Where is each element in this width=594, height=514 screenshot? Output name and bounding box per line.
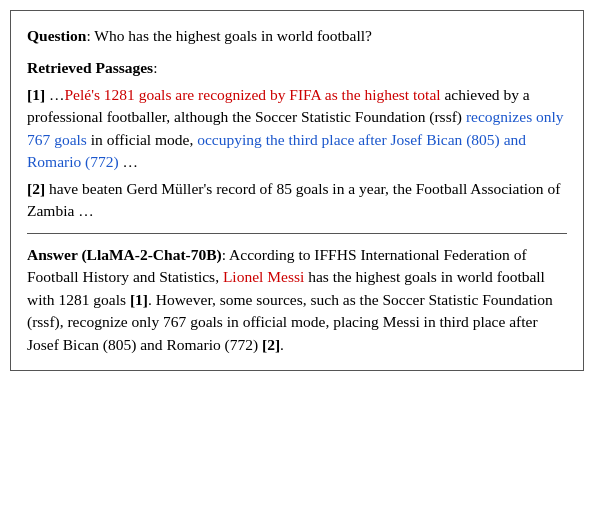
- answer-colon: :: [222, 246, 229, 263]
- question-label: Question: [27, 27, 86, 44]
- question-block: Question: Who has the highest goals in w…: [27, 25, 567, 47]
- retrieved-label: Retrieved Passages: [27, 59, 153, 76]
- section-divider: [27, 233, 567, 234]
- passages-block: Retrieved Passages: [1] …Pelé's 1281 goa…: [27, 57, 567, 222]
- answer-label: Answer: [27, 246, 78, 263]
- passage-1-ellipsis-end: …: [119, 153, 138, 170]
- answer-label-paren-open: (: [78, 246, 87, 263]
- passage-2-text: have beaten Gerd Müller's record of 85 g…: [27, 180, 560, 219]
- passage-1: [1] …Pelé's 1281 goals are recognized by…: [27, 84, 567, 174]
- main-container: Question: Who has the highest goals in w…: [10, 10, 584, 371]
- passage-1-black-2: in official mode,: [87, 131, 197, 148]
- answer-messi: Lionel Messi: [223, 268, 304, 285]
- passage-2: [2] have beaten Gerd Müller's record of …: [27, 178, 567, 223]
- answer-model: LlaMA-2-Chat-70B: [87, 246, 217, 263]
- passage-1-ellipsis: …: [49, 86, 65, 103]
- retrieved-colon: :: [153, 59, 157, 76]
- answer-period: .: [280, 336, 284, 353]
- passage-1-ref: [1]: [27, 86, 45, 103]
- passage-1-red-1: Pelé's 1281 goals are recognized by FIFA…: [64, 86, 440, 103]
- passage-2-ref: [2]: [27, 180, 45, 197]
- retrieved-label-line: Retrieved Passages:: [27, 57, 567, 79]
- answer-ref-2: [2]: [262, 336, 280, 353]
- question-text: Who has the highest goals in world footb…: [94, 27, 372, 44]
- answer-block: Answer (LlaMA-2-Chat-70B): According to …: [27, 244, 567, 356]
- answer-ref-1: [1]: [130, 291, 148, 308]
